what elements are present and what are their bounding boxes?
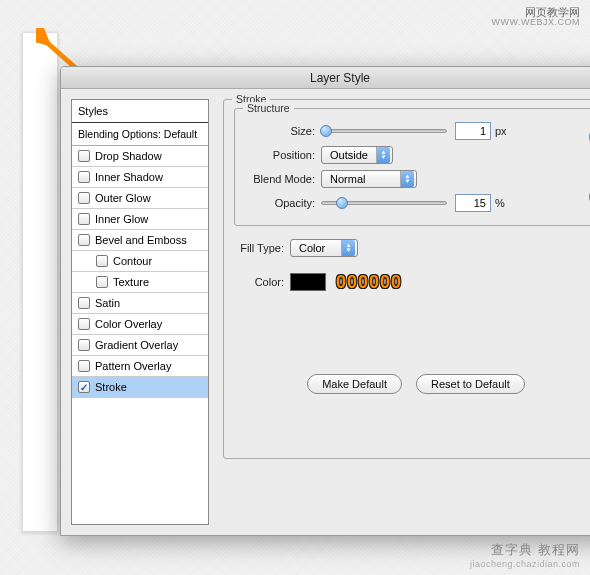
- size-slider[interactable]: [321, 129, 447, 133]
- right-button-column: Ne: [583, 127, 590, 233]
- watermark-top-url: WWW.WEBJX.COM: [492, 18, 581, 28]
- checkbox-color-overlay[interactable]: [78, 318, 90, 330]
- blendmode-row: Blend Mode: Normal ▲▼: [245, 167, 587, 191]
- dialog-titlebar[interactable]: Layer Style: [61, 67, 590, 89]
- label-stroke: Stroke: [95, 381, 127, 393]
- styles-header[interactable]: Styles: [72, 100, 208, 123]
- watermark-bottom-url: jiaocheng.chazidian.com: [470, 559, 580, 569]
- size-row: Size: 1 px: [245, 119, 587, 143]
- style-row-inner-shadow[interactable]: Inner Shadow: [72, 167, 208, 188]
- checkbox-pattern-overlay[interactable]: [78, 360, 90, 372]
- checkbox-gradient-overlay[interactable]: [78, 339, 90, 351]
- style-row-gradient-overlay[interactable]: Gradient Overlay: [72, 335, 208, 356]
- stroke-fieldset: Stroke Structure Size: 1 px Position:: [223, 99, 590, 459]
- checkbox-inner-glow[interactable]: [78, 213, 90, 225]
- label-satin: Satin: [95, 297, 120, 309]
- color-swatch[interactable]: [290, 273, 326, 291]
- updown-arrows-icon: ▲▼: [376, 147, 390, 163]
- position-popup[interactable]: Outside ▲▼: [321, 146, 393, 164]
- color-label: Color:: [238, 276, 290, 288]
- updown-arrows-icon: ▲▼: [400, 171, 414, 187]
- style-row-outer-glow[interactable]: Outer Glow: [72, 188, 208, 209]
- opacity-unit: %: [495, 197, 505, 209]
- checkbox-satin[interactable]: [78, 297, 90, 309]
- styles-sidebar: Styles Blending Options: Default Drop Sh…: [71, 99, 209, 525]
- label-bevel-emboss: Bevel and Emboss: [95, 234, 187, 246]
- opacity-slider[interactable]: [321, 201, 447, 205]
- color-row: Color: 000000: [238, 270, 590, 294]
- watermark-bottom: 查字典 教程网 jiaocheng.chazidian.com: [470, 541, 580, 569]
- opacity-row: Opacity: 15 %: [245, 191, 587, 215]
- label-pattern-overlay: Pattern Overlay: [95, 360, 171, 372]
- filltype-value: Color: [299, 242, 341, 254]
- opacity-label: Opacity:: [245, 197, 321, 209]
- label-outer-glow: Outer Glow: [95, 192, 151, 204]
- structure-fieldset: Structure Size: 1 px Position: Outside: [234, 108, 590, 226]
- style-row-bevel-emboss[interactable]: Bevel and Emboss: [72, 230, 208, 251]
- style-row-satin[interactable]: Satin: [72, 293, 208, 314]
- checkbox-drop-shadow[interactable]: [78, 150, 90, 162]
- blending-options-row[interactable]: Blending Options: Default: [72, 123, 208, 146]
- updown-arrows-icon: ▲▼: [341, 240, 355, 256]
- position-value: Outside: [330, 149, 376, 161]
- checkbox-contour[interactable]: [96, 255, 108, 267]
- filltype-popup[interactable]: Color ▲▼: [290, 239, 358, 257]
- layer-style-dialog: Layer Style Styles Blending Options: Def…: [60, 66, 590, 536]
- style-row-stroke[interactable]: Stroke: [72, 377, 208, 398]
- opacity-input[interactable]: 15: [455, 194, 491, 212]
- size-unit: px: [495, 125, 507, 137]
- stroke-panel: Stroke Structure Size: 1 px Position:: [209, 89, 590, 535]
- filltype-row: Fill Type: Color ▲▼: [238, 236, 590, 260]
- reset-to-default-button[interactable]: Reset to Default: [416, 374, 525, 394]
- style-row-texture[interactable]: Texture: [72, 272, 208, 293]
- label-drop-shadow: Drop Shadow: [95, 150, 162, 162]
- background-canvas: [22, 32, 58, 532]
- opacity-slider-thumb[interactable]: [336, 197, 348, 209]
- size-slider-thumb[interactable]: [320, 125, 332, 137]
- style-row-inner-glow[interactable]: Inner Glow: [72, 209, 208, 230]
- blendmode-value: Normal: [330, 173, 400, 185]
- style-row-color-overlay[interactable]: Color Overlay: [72, 314, 208, 335]
- style-row-contour[interactable]: Contour: [72, 251, 208, 272]
- checkbox-inner-shadow[interactable]: [78, 171, 90, 183]
- size-input[interactable]: 1: [455, 122, 491, 140]
- label-texture: Texture: [113, 276, 149, 288]
- label-gradient-overlay: Gradient Overlay: [95, 339, 178, 351]
- label-inner-shadow: Inner Shadow: [95, 171, 163, 183]
- position-row: Position: Outside ▲▼: [245, 143, 587, 167]
- label-color-overlay: Color Overlay: [95, 318, 162, 330]
- blendmode-popup[interactable]: Normal ▲▼: [321, 170, 417, 188]
- dialog-title: Layer Style: [310, 71, 370, 85]
- style-row-pattern-overlay[interactable]: Pattern Overlay: [72, 356, 208, 377]
- checkbox-bevel-emboss[interactable]: [78, 234, 90, 246]
- position-label: Position:: [245, 149, 321, 161]
- label-inner-glow: Inner Glow: [95, 213, 148, 225]
- checkbox-texture[interactable]: [96, 276, 108, 288]
- checkbox-stroke[interactable]: [78, 381, 90, 393]
- make-default-button[interactable]: Make Default: [307, 374, 402, 394]
- checkbox-outer-glow[interactable]: [78, 192, 90, 204]
- blendmode-label: Blend Mode:: [245, 173, 321, 185]
- watermark-top: 网页教学网 WWW.WEBJX.COM: [492, 6, 581, 28]
- style-row-drop-shadow[interactable]: Drop Shadow: [72, 146, 208, 167]
- filltype-label: Fill Type:: [238, 242, 290, 254]
- label-contour: Contour: [113, 255, 152, 267]
- watermark-bottom-text: 查字典 教程网: [491, 542, 580, 557]
- default-buttons-row: Make Default Reset to Default: [234, 374, 590, 394]
- hex-annotation: 000000: [336, 272, 402, 293]
- size-label: Size:: [245, 125, 321, 137]
- structure-legend: Structure: [243, 102, 294, 114]
